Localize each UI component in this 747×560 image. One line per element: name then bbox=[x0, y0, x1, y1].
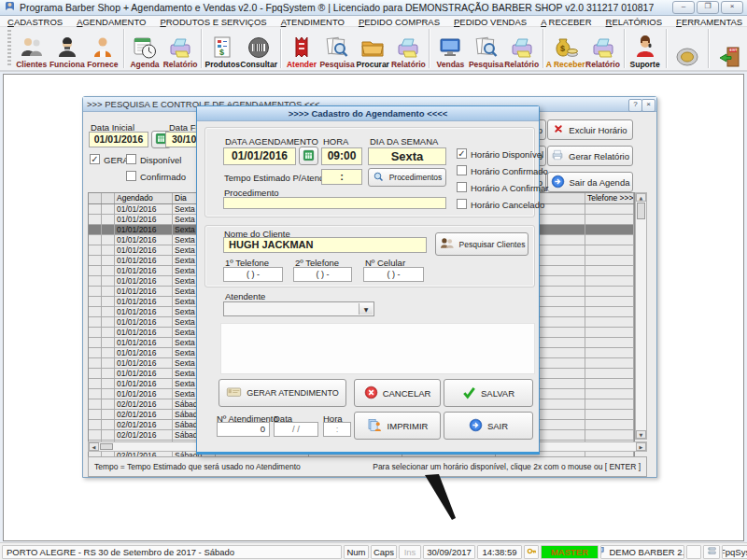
menu-item-produtos-e-servicos[interactable]: PRODUTOS E SERVIÇOS bbox=[160, 17, 266, 26]
menu-item-agendamento[interactable]: AGENDAMENTO bbox=[77, 17, 146, 26]
monitor-icon bbox=[438, 35, 462, 60]
toolbar-button-label: Relatório bbox=[504, 61, 539, 69]
app-icon bbox=[4, 0, 16, 16]
toolbar-separator bbox=[666, 29, 667, 68]
pesquisar-clientes-button[interactable]: Pesquisar Clientes bbox=[435, 232, 529, 256]
minimize-button[interactable]: – bbox=[672, 1, 695, 14]
toolbar-button-label: Relatório bbox=[163, 61, 198, 69]
toolbar-consultar-button[interactable]: Consultar bbox=[240, 28, 277, 69]
gerar-atendimento-label: GERAR ATENDIMENTO bbox=[247, 388, 339, 398]
toolbar-clientes-button[interactable]: Clientes bbox=[14, 28, 49, 69]
menu-item-ferramentas[interactable]: FERRAMENTAS bbox=[676, 17, 742, 26]
atendente-select[interactable]: ▼ bbox=[223, 301, 374, 316]
menu-item-pedido-vendas[interactable]: PEDIDO VENDAS bbox=[454, 17, 527, 26]
key-icon bbox=[527, 546, 537, 558]
toolbar-separator bbox=[201, 29, 202, 68]
sair-button[interactable]: SAIR bbox=[444, 412, 533, 440]
close-button[interactable]: × bbox=[721, 1, 743, 14]
clients-icon bbox=[20, 35, 44, 60]
cursor-wedge-graphic bbox=[420, 471, 462, 523]
toolbar-button-label: Agenda bbox=[130, 61, 159, 69]
horario-confirmado-checkbox[interactable] bbox=[457, 165, 467, 175]
sair-label: SAIR bbox=[487, 421, 508, 431]
svg-text:$: $ bbox=[219, 48, 224, 57]
pesquisa-close-button[interactable]: × bbox=[641, 99, 655, 112]
toolbar-procurar-button[interactable]: Procurar bbox=[355, 28, 390, 69]
products-icon: $ bbox=[210, 35, 234, 60]
restore-button[interactable]: ❐ bbox=[697, 1, 719, 14]
svg-text:EXIT: EXIT bbox=[729, 49, 738, 52]
toolbar-button-label: Fornece bbox=[87, 61, 118, 69]
toolbar-pesquisa-button[interactable]: Pesquisa bbox=[469, 28, 504, 69]
menu-item-pedido-compras[interactable]: PEDIDO COMPRAS bbox=[359, 17, 440, 26]
cancelar-button[interactable]: CANCELAR bbox=[354, 379, 441, 407]
procedimentos-button[interactable]: Procedimentos bbox=[368, 168, 446, 187]
menu-item-relatorios[interactable]: RELATÓRIOS bbox=[606, 17, 663, 26]
data-agendamento-field[interactable]: 01/01/2016 bbox=[223, 147, 296, 165]
chevron-down-icon[interactable]: ▼ bbox=[359, 303, 373, 315]
gerar-atendimento-button[interactable]: GERAR ATENDIMENTO bbox=[218, 379, 346, 407]
horario-a-confirmar-checkbox[interactable] bbox=[457, 182, 467, 192]
sair-da-agenda-button[interactable]: Sair da Agenda bbox=[547, 172, 633, 192]
card-icon bbox=[226, 385, 242, 402]
nome-cliente-field[interactable]: HUGH JACKMAN bbox=[223, 237, 427, 253]
toolbar-vendas-button[interactable]: Vendas bbox=[432, 28, 468, 69]
toolbar-a-receber-button[interactable]: $A Receber bbox=[546, 28, 585, 69]
gerar-relatorio-button[interactable]: Gerar Relatório bbox=[547, 146, 633, 166]
celular-field[interactable]: ( ) - bbox=[363, 267, 424, 282]
toolbar-agenda-button[interactable]: Agenda bbox=[127, 28, 162, 69]
toolbar-relatorio-button[interactable]: Relatório bbox=[504, 28, 540, 69]
toolbar-pesquisa-button[interactable]: Pesquisa bbox=[319, 28, 355, 69]
horario-a-confirmar-label: Horário A Confirmar bbox=[471, 183, 548, 193]
toolbar-coin-button[interactable] bbox=[669, 28, 705, 69]
toolbar-produtos-button[interactable]: $Produtos bbox=[204, 28, 240, 69]
data-inicial-field[interactable]: 01/01/2016 bbox=[89, 132, 148, 147]
table-vertical-scrollbar[interactable]: ▲ ▼ bbox=[635, 192, 647, 440]
toolbar-button-label: Pesquisa bbox=[319, 61, 354, 69]
salvar-button[interactable]: SALVAR bbox=[444, 379, 533, 407]
imprimir-button[interactable]: IMPRIMIR bbox=[354, 412, 441, 440]
procedimento-field[interactable] bbox=[223, 197, 446, 209]
horario-cancelado-checkbox[interactable] bbox=[457, 199, 467, 209]
dialog-title: >>>> Cadastro do Agendamento <<<< bbox=[289, 108, 448, 119]
toolbar-relatorio-button[interactable]: Relatório bbox=[585, 28, 620, 69]
confirmado-checkbox[interactable] bbox=[126, 171, 136, 181]
dialog-titlebar[interactable]: >>>> Cadastro do Agendamento <<<< bbox=[197, 106, 539, 121]
status-segment-text: FpqSystem bbox=[722, 547, 747, 557]
horario-disponivel-checkbox[interactable]: ✓ bbox=[457, 148, 467, 159]
status-segment-num: Num bbox=[344, 545, 369, 559]
cancelar-label: CANCELAR bbox=[383, 388, 431, 399]
excluir-horario-button[interactable]: Excluir Horário bbox=[547, 119, 633, 140]
menu-item-cadastros[interactable]: CADASTROS bbox=[7, 17, 63, 26]
toolbar-button-label: Produtos bbox=[205, 61, 240, 69]
toolbar-exit-button[interactable]: EXIT bbox=[712, 28, 747, 69]
data-agendamento-calendar-button[interactable] bbox=[299, 147, 318, 165]
toolbar-atender-button[interactable]: Atender bbox=[284, 28, 319, 69]
magnifier-icon bbox=[373, 171, 385, 185]
toolbar-funciona-button[interactable]: Funciona bbox=[49, 28, 85, 69]
tempo-estimado-field[interactable]: : bbox=[321, 169, 362, 185]
disponivel-checkbox[interactable] bbox=[126, 154, 136, 164]
tel1-field[interactable]: ( ) - bbox=[223, 267, 283, 282]
toolbar-fornece-button[interactable]: Fornece bbox=[85, 28, 120, 69]
info-left: Tempo = Tempo Estimado que será usado no… bbox=[94, 462, 301, 471]
toolbar-grip[interactable] bbox=[7, 30, 11, 67]
tel2-field[interactable]: ( ) - bbox=[293, 267, 352, 282]
hora-label: HORA bbox=[323, 136, 348, 147]
red-x-icon bbox=[553, 123, 564, 136]
toolbar-relatorio-button[interactable]: Relatório bbox=[390, 28, 426, 69]
toolbar-separator bbox=[280, 29, 281, 68]
gerar-relatorio-label: Gerar Relatório bbox=[569, 151, 629, 161]
geral-checkbox[interactable]: ✓ bbox=[90, 154, 100, 164]
status-segment-printer-gray bbox=[686, 545, 701, 559]
worker-icon bbox=[55, 35, 79, 60]
menu-bar: CADASTROSAGENDAMENTOPRODUTOS E SERVIÇOSA… bbox=[0, 16, 747, 27]
hora-field[interactable]: 09:00 bbox=[321, 147, 362, 165]
network-icon bbox=[707, 546, 717, 558]
menu-item-a-receber[interactable]: A RECEBER bbox=[541, 17, 591, 26]
toolbar-suporte-button[interactable]: Suporte bbox=[627, 28, 663, 69]
menu-item-atendimento[interactable]: ATENDIMENTO bbox=[281, 17, 345, 26]
info-bar: Tempo = Tempo Estimado que será usado no… bbox=[88, 456, 647, 477]
toolbar-relatorio-button[interactable]: Relatório bbox=[162, 28, 198, 69]
help-button[interactable]: ? bbox=[628, 99, 642, 112]
